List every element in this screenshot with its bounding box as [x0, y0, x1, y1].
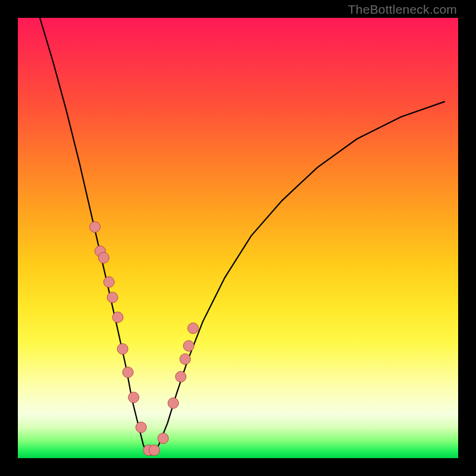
chart-frame: TheBottleneck.com	[0, 0, 476, 476]
plot-area	[18, 18, 458, 458]
watermark-text: TheBottleneck.com	[348, 2, 457, 17]
background-gradient	[18, 18, 458, 458]
